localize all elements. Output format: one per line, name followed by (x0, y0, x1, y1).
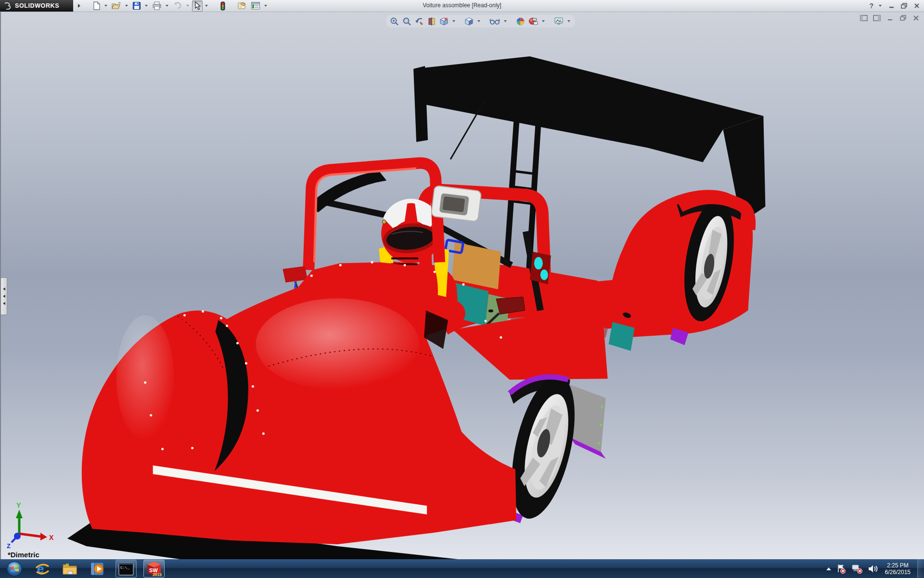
feature-pane-collapse-tab[interactable] (1, 277, 7, 315)
collapse-left-pane-icon (860, 15, 868, 21)
solidworks-window: SOLIDWORKS (0, 0, 924, 578)
media-player-button[interactable] (88, 560, 109, 578)
menu-expand-arrow-icon[interactable] (78, 4, 80, 8)
solidworks-taskbar-button[interactable]: SW 2015 (143, 560, 165, 578)
dassault-3ds-logo-icon (3, 2, 13, 10)
internet-explorer-button[interactable]: e (32, 560, 53, 578)
command-prompt-icon: C:\_ (118, 562, 134, 576)
apply-scene-dropdown[interactable] (542, 20, 545, 22)
pane-arrow-icon (3, 295, 5, 298)
view-orientation-label: *Dimetric (8, 551, 39, 559)
network-status-icon[interactable] (851, 564, 863, 574)
restore-document-icon (899, 15, 907, 21)
media-player-icon (90, 561, 106, 577)
save-floppy-icon (132, 1, 141, 10)
orientation-triad: Y X Z (7, 501, 54, 550)
rebuild-button[interactable] (218, 0, 227, 12)
view-orientation-button[interactable] (438, 16, 449, 26)
hide-show-items-button[interactable] (488, 16, 501, 26)
windows-start-orb-icon (6, 561, 23, 577)
rebuild-traffic-light-icon (220, 1, 226, 11)
solidworks-2015-icon: SW 2015 (146, 561, 162, 577)
graphics-area[interactable]: Y X Z *Dimetric (0, 12, 924, 559)
air-intake-box (431, 185, 482, 222)
save-button[interactable] (131, 0, 142, 12)
restore-document-button[interactable] (898, 14, 907, 22)
collapse-right-pane-icon (873, 15, 881, 21)
zoom-to-fit-button[interactable] (389, 16, 400, 26)
hidden-icons-arrow[interactable] (826, 567, 831, 570)
new-document-button[interactable] (91, 0, 102, 12)
zoom-to-area-icon (402, 17, 411, 26)
clock-time: 2:25 PM (885, 562, 911, 569)
zoom-to-area-button[interactable] (401, 16, 412, 26)
rear-bodywork[interactable] (608, 190, 753, 345)
select-cursor-icon (193, 1, 201, 10)
print-button[interactable] (151, 0, 163, 12)
document-window-controls (860, 14, 920, 22)
options-dropdown-arrow[interactable] (264, 5, 267, 7)
new-document-icon (92, 1, 101, 10)
open-dropdown-arrow[interactable] (125, 5, 128, 7)
sw-year: 2015 (153, 572, 162, 577)
new-dropdown-arrow[interactable] (104, 5, 107, 7)
main-toolbar (91, 0, 269, 12)
brand-text: SOLIDWORKS (15, 2, 59, 9)
edit-appearance-button[interactable] (515, 16, 526, 26)
options-button[interactable] (249, 0, 262, 12)
hide-show-glasses-icon (489, 17, 500, 26)
clock-date: 6/26/2015 (885, 569, 911, 576)
view-orientation-dropdown[interactable] (452, 20, 455, 22)
taskbar-clock[interactable]: 2:25 PM 6/26/2015 (885, 562, 911, 576)
view-settings-icon (554, 17, 564, 26)
folder-icon (62, 562, 78, 576)
apply-scene-button[interactable] (527, 16, 539, 26)
minimize-document-button[interactable] (886, 14, 894, 22)
edit-sketch-button[interactable] (236, 0, 248, 12)
help-dropdown-arrow[interactable] (879, 5, 882, 7)
show-desktop-button[interactable] (917, 559, 924, 578)
select-tool-button[interactable] (192, 0, 203, 12)
edit-sketch-note-icon (237, 1, 247, 10)
race-car-model[interactable] (67, 56, 765, 559)
hide-show-dropdown[interactable] (504, 20, 507, 22)
restore-button[interactable] (900, 2, 909, 10)
close-button[interactable] (912, 2, 921, 10)
options-checklist-icon (251, 1, 260, 10)
print-dropdown-arrow[interactable] (166, 5, 168, 7)
action-center-flag-icon[interactable] (836, 564, 847, 574)
close-document-icon (913, 15, 919, 21)
section-view-icon (427, 17, 436, 26)
close-document-button[interactable] (911, 14, 920, 22)
windows-taskbar: e (0, 559, 924, 578)
collapse-right-pane-button[interactable] (873, 14, 881, 22)
display-style-dropdown[interactable] (477, 20, 480, 22)
save-dropdown-arrow[interactable] (145, 5, 148, 7)
view-orientation-cube-icon (439, 17, 449, 26)
section-view-button[interactable] (426, 16, 437, 26)
undo-button[interactable] (171, 0, 184, 12)
display-style-button[interactable] (463, 16, 475, 26)
undo-dropdown-arrow[interactable] (186, 5, 189, 7)
triad-y-label: Y (16, 501, 21, 509)
help-button[interactable]: ? (869, 2, 873, 10)
undo-icon (173, 1, 182, 10)
open-folder-icon (112, 1, 121, 10)
collapse-left-pane-button[interactable] (860, 14, 868, 22)
3d-viewport[interactable]: Y X Z *Dimetric (1, 12, 924, 559)
triad-x-label: X (49, 534, 54, 541)
command-prompt-button[interactable]: C:\_ (116, 560, 137, 578)
select-dropdown-arrow[interactable] (205, 5, 208, 7)
printer-icon (152, 1, 162, 10)
volume-icon[interactable] (868, 564, 878, 574)
view-settings-button[interactable] (553, 16, 565, 26)
previous-view-button[interactable] (414, 16, 425, 26)
file-explorer-button[interactable] (60, 560, 81, 578)
view-settings-dropdown[interactable] (567, 20, 570, 22)
minimize-button[interactable] (887, 2, 896, 10)
open-button[interactable] (110, 0, 123, 12)
pane-arrow-icon (3, 288, 5, 290)
start-button[interactable] (4, 560, 25, 578)
zoom-to-fit-icon (390, 17, 399, 26)
heads-up-view-toolbar (386, 15, 575, 27)
